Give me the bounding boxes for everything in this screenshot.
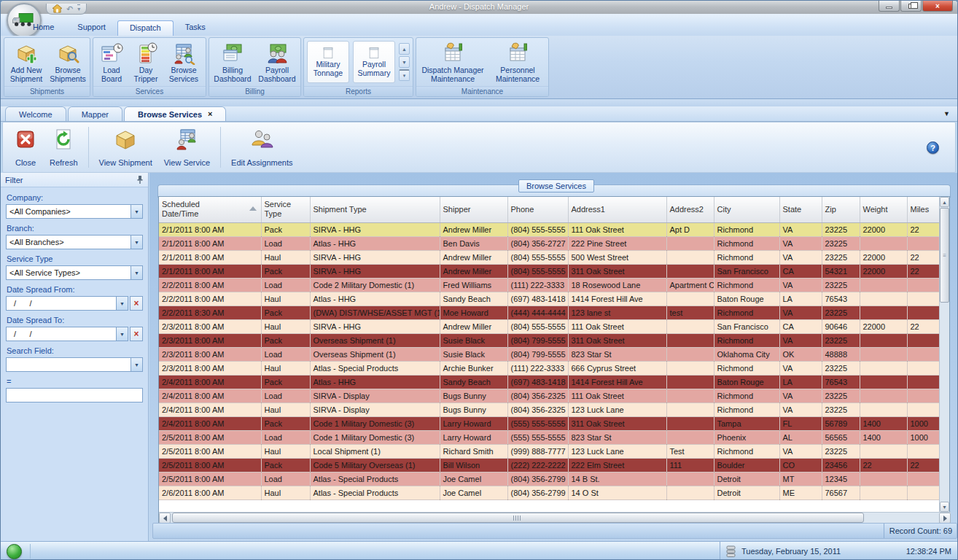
table-cell: Archie Bunker <box>440 361 507 375</box>
table-row[interactable]: 2/5/2011 8:00 AMLoadAtlas - Special Prod… <box>159 472 941 486</box>
horizontal-scroll-track[interactable] <box>171 513 939 524</box>
ribbon-tab-home[interactable]: Home <box>21 20 66 36</box>
undo-icon[interactable]: ↶ <box>66 5 73 13</box>
close-window-button[interactable]: × <box>922 1 953 12</box>
table-row[interactable]: 2/4/2011 8:00 AMHaulSIRVA - DisplayBugs … <box>159 402 941 416</box>
billing-dashboard-button[interactable]: Billing Dashboard <box>211 39 254 85</box>
table-row[interactable]: 2/4/2011 8:00 AMPackCode 1 Military Dome… <box>159 416 941 430</box>
column-header[interactable]: Address2 <box>666 197 714 222</box>
column-header[interactable]: City <box>714 197 779 222</box>
home-icon[interactable] <box>52 4 62 13</box>
table-row[interactable]: 2/1/2011 8:00 AMPackSIRVA - HHGAndrew Mi… <box>159 264 941 278</box>
date-from-input[interactable]: / / ▼ <box>6 296 128 311</box>
table-row[interactable]: 2/3/2011 8:00 AMLoadOverseas Shipment (1… <box>159 347 941 361</box>
view-shipment-button[interactable]: View Shipment <box>95 126 157 168</box>
column-header[interactable]: Shipment Type <box>310 197 440 222</box>
table-row[interactable]: 2/1/2011 8:00 AMLoadAtlas - HHGBen Davis… <box>159 236 941 250</box>
scroll-down-button[interactable]: ▼ <box>399 56 410 68</box>
payroll-dashboard-button[interactable]: Payroll Dashboard <box>255 39 299 85</box>
customize-quick-access-icon[interactable]: ▾ <box>77 4 80 13</box>
ribbon-tab-dispatch[interactable]: Dispatch <box>117 20 174 36</box>
table-row[interactable]: 2/3/2011 8:00 AMHaulAtlas - Special Prod… <box>159 361 941 375</box>
edit-assignments-button[interactable]: Edit Assignments <box>227 126 297 168</box>
more-reports-button[interactable]: ▾ <box>399 69 410 81</box>
table-row[interactable]: 2/6/2011 8:00 AMHaulAtlas - Special Prod… <box>159 486 941 499</box>
column-header[interactable]: Scheduled Date/Time <box>159 197 261 222</box>
table-row[interactable]: 2/2/2011 8:00 AMHaulAtlas - HHGSandy Bea… <box>159 292 941 306</box>
dispatch-manager-maintenance-button[interactable]: Dispatch Manager Maintenance <box>418 39 488 85</box>
column-header[interactable]: Miles <box>907 197 941 222</box>
load-board-button[interactable]: Load Board <box>95 39 128 85</box>
service-type-select[interactable]: <All Service Types> ▼ <box>6 265 143 280</box>
column-header[interactable]: Shipper <box>440 197 507 222</box>
ribbon-tab-tasks[interactable]: Tasks <box>174 20 217 36</box>
close-page-button[interactable]: Close <box>9 126 42 168</box>
table-row[interactable]: 2/1/2011 8:00 AMHaulSIRVA - HHGAndrew Mi… <box>159 250 941 264</box>
column-header[interactable]: Service Type <box>261 197 310 222</box>
add-new-shipment-button[interactable]: Add New Shipment <box>6 39 47 85</box>
vertical-scrollbar[interactable]: ▲ ≡ ▼ <box>939 197 949 512</box>
browse-services-button[interactable]: Browse Services <box>163 39 204 85</box>
dropdown-arrow-icon[interactable]: ▼ <box>116 327 128 341</box>
dropdown-arrow-icon[interactable]: ▼ <box>131 358 142 371</box>
table-row[interactable]: 2/5/2011 8:00 AMHaulLocal Shipment (1)Ri… <box>159 444 941 458</box>
search-field-select[interactable]: ▼ <box>6 357 143 372</box>
date-to-input[interactable]: / / ▼ <box>6 327 128 341</box>
scroll-down-arrow-icon[interactable]: ▼ <box>940 502 949 512</box>
tab-mapper[interactable]: Mapper <box>68 106 122 121</box>
column-header[interactable]: Address1 <box>568 197 666 222</box>
column-header[interactable]: Zip <box>822 197 860 222</box>
vertical-scroll-thumb[interactable]: ≡ <box>940 208 949 303</box>
table-row[interactable]: 2/3/2011 8:00 AMHaulSIRVA - HHGAndrew Mi… <box>159 319 941 333</box>
table-row[interactable]: 2/5/2011 8:00 AMPackCode 5 Military Over… <box>159 458 941 472</box>
dropdown-arrow-icon[interactable]: ▼ <box>131 266 142 279</box>
dropdown-arrow-icon[interactable]: ▼ <box>131 205 142 218</box>
table-row[interactable]: 2/3/2011 8:00 AMPackOverseas Shipment (1… <box>159 333 941 347</box>
scroll-up-arrow-icon[interactable]: ▲ <box>940 197 949 207</box>
table-row[interactable]: 2/4/2011 8:00 AMPackAtlas - HHGSandy Bea… <box>159 375 941 389</box>
clock-panel[interactable]: Tuesday, February 15, 2011 12:38:24 PM <box>720 542 957 560</box>
search-value-input[interactable] <box>6 388 143 402</box>
ribbon-tab-support[interactable]: Support <box>66 20 117 36</box>
table-cell: Pack <box>261 375 310 389</box>
branch-select[interactable]: <All Branches> ▼ <box>6 235 143 249</box>
horizontal-scrollbar[interactable] <box>159 512 951 524</box>
browse-shipments-button[interactable]: Browse Shipments <box>47 39 88 85</box>
grid-panel-tab[interactable]: Browse Services <box>518 179 594 192</box>
scroll-up-button[interactable]: ▲ <box>399 43 410 55</box>
clear-date-from-button[interactable]: × <box>130 296 143 311</box>
help-button[interactable]: ? <box>927 141 939 154</box>
pin-icon[interactable] <box>136 175 144 184</box>
start-orb-icon[interactable] <box>7 544 22 559</box>
dropdown-arrow-icon[interactable]: ▼ <box>131 236 142 249</box>
column-header[interactable]: State <box>779 197 822 222</box>
table-cell: 22 <box>907 222 941 236</box>
table-row[interactable]: 2/1/2011 8:00 AMPackSIRVA - HHGAndrew Mi… <box>159 222 941 236</box>
column-header[interactable]: Weight <box>860 197 907 222</box>
refresh-button[interactable]: Refresh <box>45 126 82 168</box>
column-header[interactable]: Phone <box>507 197 568 222</box>
personnel-maintenance-button[interactable]: Personnel Maintenance <box>488 39 547 85</box>
tab-welcome[interactable]: Welcome <box>5 106 66 121</box>
table-cell: Pack <box>261 416 310 430</box>
minimize-button[interactable] <box>879 1 900 12</box>
tab-overflow-chevron-icon[interactable]: ▼ <box>943 110 950 117</box>
view-service-button[interactable]: View Service <box>160 126 214 168</box>
table-row[interactable]: 2/4/2011 8:00 AMLoadSIRVA - DisplayBugs … <box>159 389 941 402</box>
horizontal-scroll-thumb[interactable] <box>172 513 864 523</box>
payroll-summary-button[interactable]: Payroll Summary <box>353 41 395 83</box>
tab-close-icon[interactable]: × <box>208 110 212 118</box>
dropdown-arrow-icon[interactable]: ▼ <box>116 297 128 310</box>
military-tonnage-button[interactable]: Military Tonnage <box>307 41 349 83</box>
company-select[interactable]: <All Companies> ▼ <box>6 204 143 219</box>
clear-date-to-button[interactable]: × <box>130 327 143 341</box>
table-cell: VA <box>779 402 822 416</box>
table-row[interactable]: 2/2/2011 8:00 AMLoadCode 2 Military Dome… <box>159 278 941 292</box>
scroll-right-arrow-icon[interactable] <box>939 513 951 524</box>
scroll-left-arrow-icon[interactable] <box>159 513 171 524</box>
day-tripper-button[interactable]: Day Tripper <box>129 39 163 85</box>
restore-button[interactable] <box>900 1 922 12</box>
table-row[interactable]: 2/5/2011 8:00 AMLoadCode 1 Military Dome… <box>159 430 941 444</box>
table-row[interactable]: 2/2/2011 8:30 AMPack(DWA) DIST/WHSE/ASSE… <box>159 306 941 319</box>
tab-browse-services[interactable]: Browse Services × <box>124 106 227 121</box>
